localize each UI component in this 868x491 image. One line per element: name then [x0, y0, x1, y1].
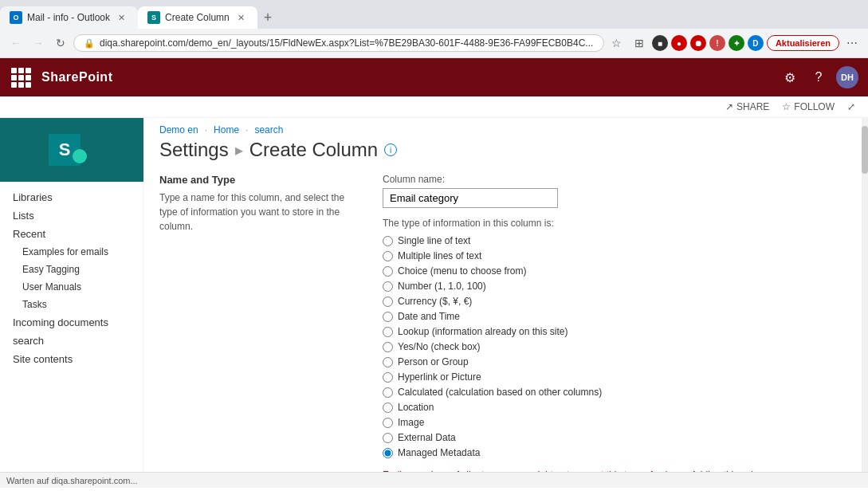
- radio-yesno-input[interactable]: [383, 342, 393, 352]
- radio-image-input[interactable]: [383, 418, 393, 428]
- tab-sharepoint[interactable]: S Create Column ✕: [138, 6, 257, 29]
- column-name-label: Column name:: [383, 174, 852, 185]
- radio-person[interactable]: Person or Group: [383, 356, 852, 367]
- column-name-input[interactable]: [383, 188, 558, 208]
- radio-location[interactable]: Location: [383, 402, 852, 413]
- settings-icon[interactable]: ⚙: [779, 66, 801, 88]
- radio-hyperlink[interactable]: Hyperlink or Picture: [383, 371, 852, 383]
- breadcrumb-sep-2: ·: [245, 124, 248, 136]
- forward-button[interactable]: →: [29, 33, 48, 53]
- tab-sharepoint-close[interactable]: ✕: [234, 11, 248, 25]
- site-logo: S: [0, 118, 143, 182]
- page-subtitle: Create Column: [249, 139, 378, 161]
- outlook-icon: O: [10, 11, 22, 24]
- tab-outlook[interactable]: O Mail - info - Outlook ✕: [0, 6, 138, 29]
- radio-yesno[interactable]: Yes/No (check box): [383, 341, 852, 352]
- radio-person-input[interactable]: [383, 357, 393, 367]
- browser-chrome: O Mail - info - Outlook ✕ S Create Colum…: [0, 0, 868, 58]
- sidebar-item-easy-tagging[interactable]: Easy Tagging: [0, 261, 143, 278]
- ext-icon-1[interactable]: ■: [652, 35, 668, 51]
- sidebar-item-lists[interactable]: Lists: [0, 206, 143, 225]
- menu-button[interactable]: ⋯: [842, 33, 862, 53]
- radio-choice-input[interactable]: [383, 266, 393, 277]
- status-text: Warten auf diqa.sharepoint.com...: [6, 476, 138, 485]
- sidebar-item-examples[interactable]: Examples for emails: [0, 243, 143, 261]
- radio-multiple-lines[interactable]: Multiple lines of text: [383, 250, 852, 261]
- info-icon[interactable]: i: [384, 143, 397, 156]
- browser-icons: ☆ ⊞ ■ ● ⏺ ! ✦ D Aktualisieren ⋯: [607, 33, 862, 53]
- form-section-title: Name and Type: [159, 174, 351, 186]
- title-arrow: ▸: [235, 140, 243, 159]
- radio-hyperlink-input[interactable]: [383, 372, 393, 383]
- radio-calculated[interactable]: Calculated (calculation based on other c…: [383, 387, 852, 398]
- expand-icon: ⤢: [847, 101, 855, 112]
- radio-number[interactable]: Number (1, 1.0, 100): [383, 281, 852, 292]
- radio-calculated-input[interactable]: [383, 387, 393, 398]
- ext-icon-green[interactable]: ✦: [729, 35, 744, 51]
- breadcrumb-search[interactable]: search: [254, 124, 283, 136]
- share-icon: ↗: [725, 101, 733, 112]
- radio-lookup[interactable]: Lookup (information already on this site…: [383, 326, 852, 337]
- radio-date-time-input[interactable]: [383, 312, 393, 322]
- url-bar[interactable]: 🔒 diqa.sharepoint.com/demo_en/_layouts/1…: [73, 34, 604, 52]
- site-logo-dot: [73, 149, 87, 163]
- radio-currency[interactable]: Currency ($, ¥, €): [383, 296, 852, 307]
- waffle-menu[interactable]: [10, 66, 32, 88]
- help-icon[interactable]: ?: [807, 66, 830, 88]
- share-button[interactable]: ↗ SHARE: [725, 101, 769, 112]
- refresh-button[interactable]: ↻: [51, 33, 70, 53]
- radio-image[interactable]: Image: [383, 417, 852, 428]
- radio-managed-metadata-input[interactable]: [383, 448, 393, 458]
- follow-label: FOLLOW: [794, 101, 835, 112]
- radio-single-line[interactable]: Single line of text: [383, 235, 852, 246]
- sidebar-item-user-manuals[interactable]: User Manuals: [0, 278, 143, 296]
- new-tab-button[interactable]: +: [257, 6, 279, 29]
- sidebar-item-recent[interactable]: Recent: [0, 225, 143, 243]
- form-section: Name and Type Type a name for this colum…: [159, 174, 852, 472]
- ext-icon-red[interactable]: ●: [671, 35, 687, 51]
- radio-date-time[interactable]: Date and Time: [383, 311, 852, 322]
- breadcrumb-demo-en[interactable]: Demo en: [159, 124, 198, 136]
- back-button[interactable]: ←: [6, 33, 26, 53]
- sidebar-item-tasks[interactable]: Tasks: [0, 296, 143, 313]
- sharepoint-toolbar: ↗ SHARE ☆ FOLLOW ⤢: [0, 96, 868, 118]
- sharepoint-icon: S: [147, 11, 160, 24]
- sidebar-item-site-contents[interactable]: Site contents: [0, 350, 143, 368]
- radio-number-input[interactable]: [383, 281, 393, 292]
- type-label: The type of information in this column i…: [383, 218, 852, 229]
- page-body: S Libraries Lists Recent Examples for em…: [0, 118, 868, 472]
- user-avatar[interactable]: DH: [836, 66, 858, 88]
- radio-external-data-input[interactable]: [383, 433, 393, 443]
- collections-button[interactable]: ⊞: [630, 33, 649, 53]
- radio-single-line-input[interactable]: [383, 236, 393, 246]
- radio-currency-input[interactable]: [383, 297, 393, 307]
- ext-icon-orange[interactable]: !: [709, 35, 725, 51]
- radio-external-data[interactable]: External Data: [383, 432, 852, 443]
- expand-button[interactable]: ⤢: [847, 101, 855, 112]
- ext-icon-record[interactable]: ⏺: [690, 35, 706, 51]
- sharepoint-header: SharePoint ⚙ ? DH: [0, 58, 868, 96]
- form-right: Column name: The type of information in …: [383, 174, 852, 472]
- tab-bar: O Mail - info - Outlook ✕ S Create Colum…: [0, 0, 868, 29]
- star-icon: ☆: [782, 101, 791, 112]
- tab-outlook-close[interactable]: ✕: [115, 11, 128, 25]
- star-button[interactable]: ☆: [607, 33, 626, 53]
- radio-lookup-input[interactable]: [383, 327, 393, 337]
- breadcrumb: Demo en · Home · search: [159, 118, 852, 139]
- radio-multiple-lines-input[interactable]: [383, 251, 393, 261]
- tab-outlook-label: Mail - info - Outlook: [27, 12, 110, 23]
- sidebar-item-incoming-documents[interactable]: Incoming documents: [0, 313, 143, 332]
- breadcrumb-home[interactable]: Home: [214, 124, 239, 136]
- scrollbar-track[interactable]: [862, 118, 868, 472]
- warning-message: Earlier versions of client programs migh…: [383, 468, 797, 472]
- scrollbar-thumb[interactable]: [862, 126, 868, 174]
- ext-icon-blue[interactable]: D: [748, 35, 764, 51]
- sidebar-item-search[interactable]: search: [0, 332, 143, 350]
- tab-sharepoint-label: Create Column: [165, 12, 230, 23]
- radio-managed-metadata[interactable]: Managed Metadata: [383, 447, 852, 458]
- update-button[interactable]: Aktualisieren: [767, 35, 839, 51]
- follow-button[interactable]: ☆ FOLLOW: [782, 101, 835, 112]
- sidebar-item-libraries[interactable]: Libraries: [0, 188, 143, 206]
- radio-location-input[interactable]: [383, 403, 393, 413]
- radio-choice[interactable]: Choice (menu to choose from): [383, 265, 852, 277]
